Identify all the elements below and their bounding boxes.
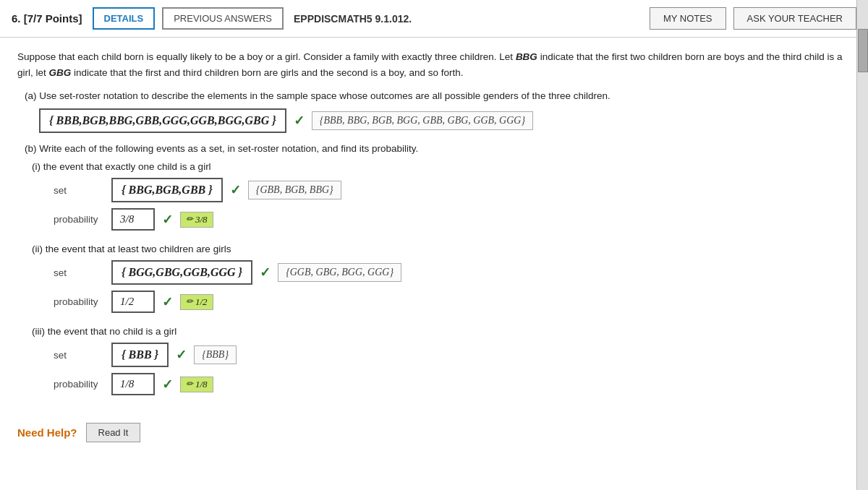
part-a-answer-row: { BBB,BGB,BBG,GBB,GGG,GGB,BGG,GBG } ✓ {B… xyxy=(39,108,851,133)
part-a-correct-answer: {BBB, BBG, BGB, BGG, GBB, GBG, GGB, GGG} xyxy=(312,111,533,130)
pencil-icon-ii: ✏ xyxy=(186,296,193,307)
sub-part-iii-set-row: set { BBB } ✓ {BBB} xyxy=(54,343,851,367)
problem-code: EPPDISCMATH5 9.1.012. xyxy=(294,13,642,25)
ask-teacher-button[interactable]: ASK YOUR TEACHER xyxy=(733,7,856,30)
sub-part-ii-label: (ii) the event that at least two childre… xyxy=(32,244,851,254)
sub-part-iii-prob-student[interactable]: 1/8 xyxy=(111,373,155,395)
pencil-icon-i: ✏ xyxy=(186,214,193,225)
my-notes-button[interactable]: MY NOTES xyxy=(650,7,726,30)
set-label-i: set xyxy=(54,185,104,196)
need-help-label: Need Help? xyxy=(17,426,77,439)
details-button[interactable]: DETAILS xyxy=(93,7,156,30)
sub-part-iii-set-checkmark: ✓ xyxy=(176,347,187,363)
prob-label-iii: probability xyxy=(54,379,104,390)
part-b-label: (b) Write each of the following events a… xyxy=(25,143,851,154)
sub-part-ii: (ii) the event that at least two childre… xyxy=(32,244,851,313)
part-a-checkmark: ✓ xyxy=(294,113,305,129)
part-a-label: (a) Use set-roster notation to describe … xyxy=(25,90,851,101)
pencil-icon-iii: ✏ xyxy=(186,379,193,390)
scrollbar[interactable] xyxy=(856,0,868,490)
sub-part-i-set-student[interactable]: { BBG,BGB,GBB } xyxy=(111,178,223,202)
sub-part-i-set-row: set { BBG,BGB,GBB } ✓ {GBB, BGB, BBG} xyxy=(54,178,851,202)
sub-part-ii-set-correct: {GGB, GBG, BGG, GGG} xyxy=(278,263,401,282)
set-label-iii: set xyxy=(54,350,104,361)
part-a-student-answer[interactable]: { BBB,BGB,BBG,GBB,GGG,GGB,BGG,GBG } xyxy=(39,108,286,133)
intro-text: Suppose that each child born is equally … xyxy=(17,49,851,80)
sub-part-ii-prob-pencil[interactable]: ✏ 1/2 xyxy=(180,294,213,310)
prob-label-ii: probability xyxy=(54,296,104,307)
sub-part-ii-prob-student[interactable]: 1/2 xyxy=(111,291,155,313)
sub-part-iii: (iii) the event that no child is a girl … xyxy=(32,326,851,395)
read-it-button[interactable]: Read It xyxy=(86,423,141,442)
prob-label-i: probability xyxy=(54,214,104,225)
sub-part-iii-set-student[interactable]: { BBB } xyxy=(111,343,169,367)
sub-part-iii-set-correct: {BBB} xyxy=(194,345,237,364)
need-help-bar: Need Help? Read It xyxy=(17,416,851,450)
sub-part-ii-set-checkmark: ✓ xyxy=(260,265,271,280)
set-label-ii: set xyxy=(54,267,104,278)
sub-part-iii-prob-row: probability 1/8 ✓ ✏ 1/8 xyxy=(54,373,851,395)
scrollbar-thumb[interactable] xyxy=(858,29,868,72)
sub-part-i-prob-checkmark: ✓ xyxy=(162,212,173,228)
sub-part-ii-prob-checkmark: ✓ xyxy=(162,294,173,310)
sub-part-ii-set-student[interactable]: { BGG,GBG,GGB,GGG } xyxy=(111,260,252,285)
header-bar: 6. [7/7 Points] DETAILS PREVIOUS ANSWERS… xyxy=(0,0,868,38)
sub-part-i-prob-student[interactable]: 3/8 xyxy=(111,208,155,231)
sub-part-i-prob-row: probability 3/8 ✓ ✏ 3/8 xyxy=(54,208,851,231)
sub-part-iii-prob-checkmark: ✓ xyxy=(162,377,173,392)
sub-part-i-prob-pencil[interactable]: ✏ 3/8 xyxy=(180,212,213,228)
question-number: 6. [7/7 Points] xyxy=(12,12,82,25)
sub-part-i-set-correct: {GBB, BGB, BBG} xyxy=(248,181,341,199)
sub-part-ii-set-row: set { BGG,GBG,GGB,GGG } ✓ {GGB, GBG, BGG… xyxy=(54,260,851,285)
sub-part-i-set-checkmark: ✓ xyxy=(230,182,241,198)
sub-part-iii-label: (iii) the event that no child is a girl xyxy=(32,326,851,337)
sub-part-i-label: (i) the event that exactly one child is … xyxy=(32,161,851,172)
content-area: Suppose that each child born is equally … xyxy=(0,38,868,467)
sub-part-i: (i) the event that exactly one child is … xyxy=(32,161,851,231)
previous-answers-button[interactable]: PREVIOUS ANSWERS xyxy=(162,7,284,30)
sub-part-ii-prob-row: probability 1/2 ✓ ✏ 1/2 xyxy=(54,291,851,313)
sub-part-iii-prob-pencil[interactable]: ✏ 1/8 xyxy=(180,377,213,392)
